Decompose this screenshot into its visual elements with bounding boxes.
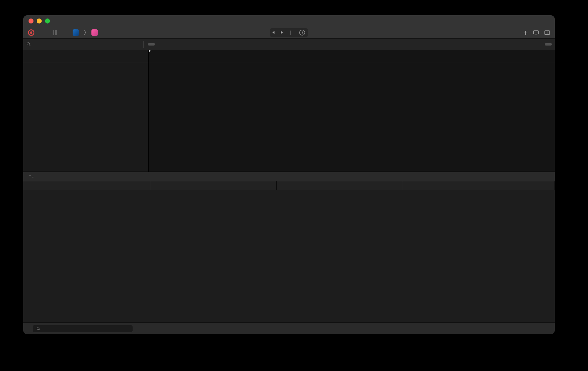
- separator: |: [290, 30, 291, 36]
- footer: [23, 323, 555, 334]
- track-filter-input[interactable]: [26, 42, 139, 47]
- filter-row: [23, 39, 555, 50]
- tab-slow-body[interactable]: [159, 43, 166, 46]
- minimize-icon[interactable]: [37, 19, 42, 23]
- svg-point-3: [27, 43, 30, 45]
- column-header-module[interactable]: [23, 181, 150, 190]
- filter-icon: [26, 42, 31, 47]
- svg-rect-0: [534, 31, 539, 34]
- chevron-updown-icon: ⌃⌄: [29, 174, 34, 179]
- track-labels: [23, 50, 149, 172]
- timeline: [23, 50, 555, 172]
- toolbar: 〉 | i +: [23, 26, 555, 39]
- pause-button[interactable]: [53, 30, 58, 35]
- svg-point-5: [37, 327, 39, 329]
- add-button[interactable]: +: [523, 29, 528, 36]
- app-window: 〉 | i +: [23, 15, 555, 334]
- device-icon: [73, 29, 79, 36]
- titlebar: [23, 15, 555, 26]
- record-button[interactable]: [28, 29, 34, 36]
- table-header: [23, 181, 555, 190]
- chevron-right-icon: 〉: [84, 29, 89, 36]
- run-next-button[interactable]: [278, 29, 285, 36]
- breadcrumb[interactable]: 〉: [73, 29, 100, 36]
- app-icon: [91, 29, 98, 36]
- traffic-lights: [29, 19, 50, 23]
- track-canvas[interactable]: [149, 50, 555, 172]
- duplicate-button[interactable]: [545, 43, 552, 46]
- tab-all-tracks[interactable]: [148, 43, 155, 46]
- svg-rect-1: [545, 31, 550, 34]
- svg-line-4: [29, 45, 30, 46]
- zoom-icon[interactable]: [45, 19, 50, 23]
- close-icon[interactable]: [29, 19, 34, 23]
- panel-toggle-icon[interactable]: [544, 30, 550, 36]
- detail-table: [23, 181, 555, 323]
- tab-slow-frames[interactable]: [170, 43, 177, 46]
- svg-line-6: [39, 329, 40, 330]
- info-icon[interactable]: i: [299, 30, 305, 36]
- table-body[interactable]: [23, 190, 555, 323]
- time-ruler[interactable]: [149, 50, 555, 62]
- run-prev-button[interactable]: [270, 29, 278, 36]
- filter-icon: [36, 326, 41, 331]
- track-tabs: [148, 43, 177, 46]
- column-header-value[interactable]: [403, 181, 555, 190]
- detail-filter-input[interactable]: [33, 325, 133, 332]
- display-mode-icon[interactable]: [533, 30, 539, 36]
- detail-section-selector[interactable]: ⌃⌄: [23, 172, 555, 181]
- run-selector[interactable]: | i: [270, 28, 308, 37]
- column-header-view-type[interactable]: [150, 181, 277, 190]
- column-header-property-type[interactable]: [277, 181, 403, 190]
